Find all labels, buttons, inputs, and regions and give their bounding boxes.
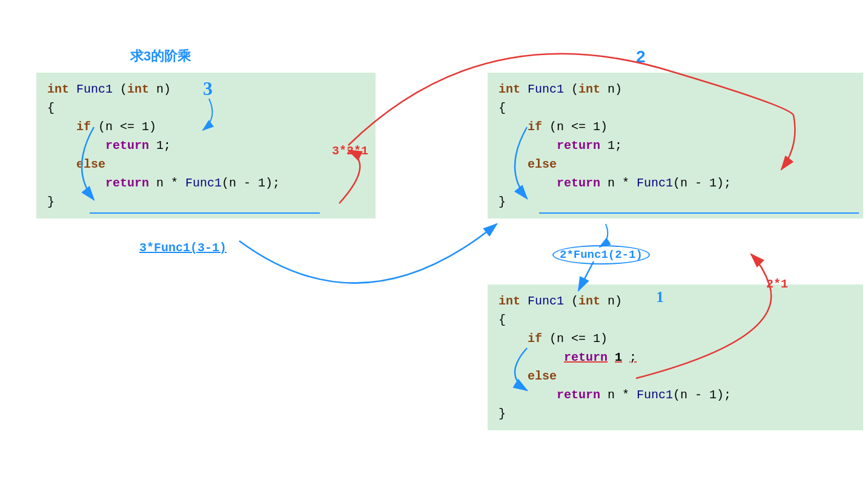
annotation-321: 3*2*1 xyxy=(332,144,368,158)
box3-line6: return n * Func1(n - 1); xyxy=(499,386,852,404)
box1-line2: { xyxy=(47,99,365,117)
box1-line4: return 1; xyxy=(47,136,365,155)
code-box-3: int Func1 (int n) { if (n <= 1) return 1… xyxy=(488,284,863,430)
box2-line7: } xyxy=(499,192,852,211)
box1-line3: if (n <= 1) xyxy=(47,117,365,136)
box3-line7: } xyxy=(499,404,852,423)
code-box-2: int Func1 (int n) { if (n <= 1) return 1… xyxy=(488,73,863,219)
box1-line6: return n * Func1(n - 1); xyxy=(47,174,365,192)
oval-2func1: 2*Func1(2-1) xyxy=(552,245,650,265)
box1-line5: else xyxy=(47,155,365,174)
annotation-3func1: 3*Func1(3-1) xyxy=(139,241,227,255)
box3-line3: if (n <= 1) xyxy=(499,329,852,348)
box3-line5: else xyxy=(499,367,852,386)
box2-line2: { xyxy=(499,99,852,117)
annotation-1: 1 xyxy=(656,288,664,306)
box2-line1: int Func1 (int n) xyxy=(499,80,852,99)
box3-line1: int Func1 (int n) xyxy=(499,292,852,311)
box2-number: 2 xyxy=(636,47,646,67)
annotation-21: 2*1 xyxy=(766,277,788,291)
box1-title: 求3的阶乘 xyxy=(130,47,191,65)
box2-line4: return 1; xyxy=(499,136,852,155)
box3-line2: { xyxy=(499,311,852,329)
box2-line3: if (n <= 1) xyxy=(499,117,852,136)
box1-line7: } xyxy=(47,192,365,211)
box2-line5: else xyxy=(499,155,852,174)
annotation-3: 3 xyxy=(203,77,213,100)
box3-line4: return 1 ; xyxy=(499,348,852,367)
box2-line6: return n * Func1(n - 1); xyxy=(499,174,852,192)
